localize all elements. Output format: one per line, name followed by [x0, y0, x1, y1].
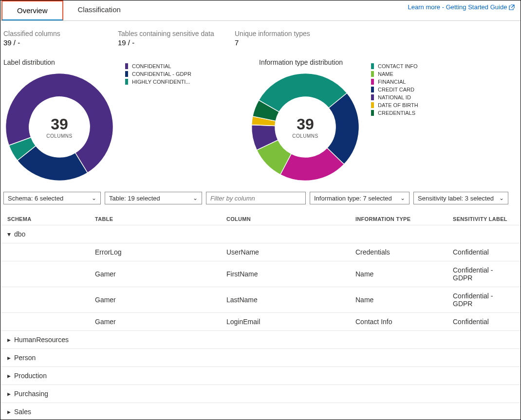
- legend-swatch: [371, 87, 374, 92]
- legend-swatch: [371, 102, 374, 108]
- cell-info-type: Name: [355, 296, 453, 304]
- caret-down-icon: ▾: [7, 230, 12, 238]
- group-row-person[interactable]: ▸Person: [0, 349, 521, 367]
- legend-swatch: [125, 63, 128, 69]
- legend-swatch: [371, 110, 374, 116]
- legend-item: NAME: [371, 71, 418, 77]
- chart-title: Information type distribution: [259, 58, 361, 66]
- legend-item: FINANCIAL: [371, 79, 418, 85]
- legend-swatch: [371, 79, 374, 85]
- table-row[interactable]: ErrorLogUserNameCredentialsConfidential: [0, 243, 521, 261]
- legend-label: FINANCIAL: [378, 79, 406, 85]
- dropdown-label: Sensitivity label: 3 selected: [418, 195, 494, 202]
- chevron-down-icon: ⌄: [400, 195, 405, 201]
- classification-table: SCHEMA TABLE COLUMN INFORMATION TYPE SEN…: [0, 213, 521, 420]
- legend-label: CONFIDENTIAL: [132, 63, 171, 69]
- legend-item: CONFIDENTIAL - GDPR: [125, 71, 191, 77]
- legend-swatch: [125, 71, 128, 77]
- legend-swatch: [125, 79, 128, 85]
- legend-swatch: [371, 94, 374, 100]
- legend-item: CONTACT INFO: [371, 63, 418, 69]
- tab-classification[interactable]: Classification: [63, 0, 135, 20]
- stat-value: 7: [235, 38, 356, 47]
- col-schema: SCHEMA: [7, 216, 95, 222]
- cell-info-type: Credentials: [355, 248, 453, 256]
- cell-table: ErrorLog: [95, 248, 226, 256]
- caret-right-icon: ▸: [7, 336, 12, 344]
- legend-label: NATIONAL ID: [378, 94, 411, 100]
- chevron-down-icon: ⌄: [499, 195, 504, 201]
- group-row-production[interactable]: ▸Production: [0, 367, 521, 385]
- sensitivity-label-dropdown[interactable]: Sensitivity label: 3 selected ⌄: [413, 192, 508, 204]
- cell-column: LastName: [226, 296, 355, 304]
- legend-label: NAME: [378, 71, 393, 77]
- cell-info-type: Contact Info: [355, 318, 453, 326]
- legend-label: CREDENTIALS: [378, 110, 415, 116]
- legend-label: DATE OF BIRTH: [378, 102, 418, 108]
- schema-dropdown[interactable]: Schema: 6 selected ⌄: [3, 192, 101, 204]
- legend-swatch: [371, 63, 374, 69]
- caret-right-icon: ▸: [7, 354, 12, 362]
- legend-label-dist: CONFIDENTIALCONFIDENTIAL - GDPRHIGHLY CO…: [125, 63, 191, 87]
- legend-item: HIGHLY CONFIDENTI...: [125, 79, 191, 85]
- table-row[interactable]: GamerLoginEmailContact InfoConfidential: [0, 313, 521, 331]
- stat-tables-sensitive: Tables containing sensitive data 19 / -: [118, 30, 235, 47]
- charts-row: Label distribution 39 COLUMNS CONFIDENTI…: [0, 51, 521, 183]
- donut-center: 39 COLUMNS: [249, 71, 361, 183]
- group-row-purchasing[interactable]: ▸Purchasing: [0, 385, 521, 403]
- cell-info-type: Name: [355, 270, 453, 278]
- donut-label: COLUMNS: [46, 133, 73, 139]
- legend-info-dist: CONTACT INFONAMEFINANCIALCREDIT CARDNATI…: [371, 63, 418, 118]
- donut-number: 39: [297, 115, 314, 133]
- caret-right-icon: ▸: [7, 372, 12, 380]
- cell-sens-label: Confidential - GDPR: [453, 292, 514, 308]
- legend-label: CONFIDENTIAL - GDPR: [132, 71, 191, 77]
- column-filter-input[interactable]: [206, 192, 306, 204]
- cell-sens-label: Confidential: [453, 318, 514, 326]
- dropdown-label: Information type: 7 selected: [314, 195, 392, 202]
- cell-sens-label: Confidential - GDPR: [453, 266, 514, 282]
- group-row-hr[interactable]: ▸HumanResources: [0, 331, 521, 349]
- stat-unique-types: Unique information types 7: [235, 30, 356, 47]
- stat-classified-columns: Classified columns 39 / -: [3, 30, 118, 47]
- cell-sens-label: Confidential: [453, 248, 514, 256]
- legend-label: HIGHLY CONFIDENTI...: [132, 79, 190, 85]
- column-filter-field[interactable]: [210, 195, 301, 202]
- group-label: Person: [14, 354, 36, 362]
- learn-more-link[interactable]: Learn more - Getting Started Guide: [408, 3, 515, 11]
- group-label: Production: [14, 372, 47, 380]
- legend-item: CREDIT CARD: [371, 87, 418, 92]
- caret-right-icon: ▸: [7, 390, 12, 398]
- info-type-distribution-chart: Information type distribution 39 COLUMNS…: [249, 58, 418, 183]
- legend-item: CREDENTIALS: [371, 110, 418, 116]
- info-type-dropdown[interactable]: Information type: 7 selected ⌄: [310, 192, 409, 204]
- legend-label: CONTACT INFO: [378, 63, 417, 69]
- cell-table: Gamer: [95, 270, 226, 278]
- label-distribution-chart: Label distribution 39 COLUMNS CONFIDENTI…: [3, 58, 249, 183]
- legend-item: DATE OF BIRTH: [371, 102, 418, 108]
- col-table: TABLE: [95, 216, 226, 222]
- group-label: HumanResources: [14, 336, 69, 344]
- group-row-sales[interactable]: ▸Sales: [0, 403, 521, 420]
- table-row[interactable]: GamerFirstNameNameConfidential - GDPR: [0, 261, 521, 287]
- chevron-down-icon: ⌄: [92, 195, 96, 201]
- group-label: Sales: [14, 408, 31, 416]
- group-row-dbo[interactable]: ▾dbo: [0, 225, 521, 243]
- col-column: COLUMN: [226, 216, 355, 222]
- table-header: SCHEMA TABLE COLUMN INFORMATION TYPE SEN…: [0, 213, 521, 225]
- stat-value: 39 / -: [3, 38, 118, 47]
- cell-table: Gamer: [95, 296, 226, 304]
- table-row[interactable]: GamerLastNameNameConfidential - GDPR: [0, 287, 521, 313]
- legend-label: CREDIT CARD: [378, 87, 414, 92]
- group-label: dbo: [14, 230, 25, 238]
- chart-title: Label distribution: [3, 58, 115, 66]
- cell-column: LoginEmail: [226, 318, 355, 326]
- col-sens-label: SENSITIVITY LABEL: [453, 216, 514, 222]
- col-info-type: INFORMATION TYPE: [355, 216, 453, 222]
- legend-swatch: [371, 71, 374, 77]
- cell-column: FirstName: [226, 270, 355, 278]
- stat-label: Unique information types: [235, 30, 356, 37]
- legend-item: NATIONAL ID: [371, 94, 418, 100]
- table-dropdown[interactable]: Table: 19 selected ⌄: [105, 192, 202, 204]
- tab-overview[interactable]: Overview: [1, 0, 63, 20]
